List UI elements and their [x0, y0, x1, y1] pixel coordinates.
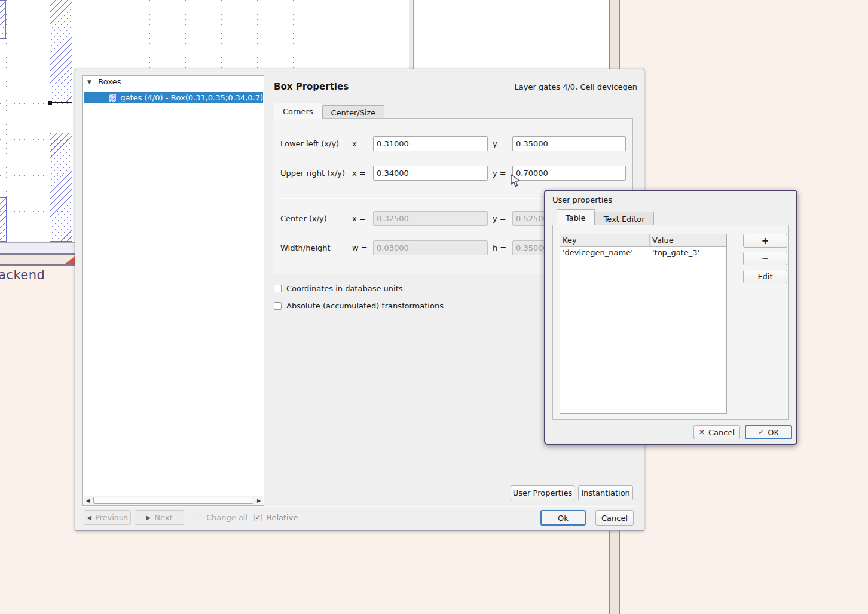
- db-units-checkbox-row: Coordinates in database units: [274, 284, 403, 293]
- absolute-checkbox-row: Absolute (accumulated) transformations: [274, 301, 444, 310]
- cancel-button[interactable]: ✕ Cancel: [693, 425, 740, 439]
- tab-bar: Table Text Editor: [557, 210, 654, 225]
- upper-right-x-input[interactable]: [373, 166, 488, 181]
- w-equals-label: w =: [352, 243, 368, 252]
- boxes-tree-panel[interactable]: ▼ Boxes gates (4/0) - Box(0.31,0.35;0.34…: [82, 75, 264, 506]
- table-header-row: Key Value: [560, 234, 726, 247]
- table-row[interactable]: 'devicegen_name' 'top_gate_3': [560, 247, 726, 259]
- change-all-checkbox-row: Change all: [194, 510, 247, 525]
- center-x-input: [373, 211, 488, 226]
- tree-root-label: Boxes: [98, 77, 121, 86]
- user-properties-dialog: User properties Table Text Editor Key Va…: [544, 190, 797, 445]
- cancel-x-icon: ✕: [699, 428, 705, 436]
- change-all-label: Change all: [206, 513, 247, 522]
- scroll-right-icon[interactable]: ▶: [255, 496, 263, 505]
- hatched-shape-selected[interactable]: [50, 0, 72, 103]
- scroll-left-icon[interactable]: ◀: [84, 496, 92, 505]
- next-arrow-icon: ▶: [146, 514, 151, 521]
- hatched-shape[interactable]: [0, 197, 7, 242]
- tab-table[interactable]: Table: [557, 209, 595, 225]
- check-icon: ✓: [255, 514, 261, 521]
- tree-item-label: gates (4/0) - Box(0.31,0.35;0.34,0.7): [120, 93, 263, 102]
- hatched-shape[interactable]: [50, 133, 72, 242]
- value-cell[interactable]: 'top_gate_3': [650, 247, 702, 259]
- ok-button[interactable]: Ok: [540, 510, 586, 526]
- tab-text-editor[interactable]: Text Editor: [595, 212, 654, 225]
- hatched-shape[interactable]: [0, 0, 6, 39]
- change-all-checkbox: [194, 514, 201, 521]
- instantiation-button[interactable]: Instantiation: [578, 485, 633, 500]
- next-button: ▶ Next: [135, 510, 184, 525]
- table-tab-pane: Key Value 'devicegen_name' 'top_gate_3' …: [552, 225, 789, 420]
- center-label: Center (x/y): [280, 214, 327, 223]
- properties-table[interactable]: Key Value 'devicegen_name' 'top_gate_3': [560, 234, 727, 414]
- y-equals-label: y =: [493, 139, 506, 148]
- ok-check-icon: ✓: [758, 428, 764, 436]
- dialog-title: User properties: [552, 195, 612, 204]
- add-property-button[interactable]: +: [743, 234, 787, 248]
- tree-expander-icon[interactable]: ▼: [87, 79, 91, 85]
- previous-button: ◀ Previous: [84, 510, 131, 525]
- relative-checkbox: ✓: [254, 514, 262, 521]
- lower-left-label: Lower left (x/y): [280, 139, 339, 148]
- x-equals-label: x =: [352, 169, 366, 178]
- cancel-button[interactable]: Cancel: [595, 510, 634, 526]
- lower-left-x-input[interactable]: [373, 136, 488, 151]
- remove-property-button[interactable]: −: [743, 252, 787, 265]
- ok-button[interactable]: ✓ OK: [745, 425, 792, 439]
- width-height-label: Width/height: [280, 243, 331, 252]
- scrollbar-thumb[interactable]: [93, 497, 253, 504]
- edit-property-button[interactable]: Edit: [743, 270, 787, 283]
- tab-corners[interactable]: Corners: [274, 103, 322, 119]
- y-equals-label: y =: [493, 214, 506, 223]
- x-equals-label: x =: [352, 214, 366, 223]
- relative-label: Relative: [267, 513, 298, 522]
- upper-right-y-input[interactable]: [512, 166, 626, 181]
- y-equals-label: y =: [493, 169, 506, 178]
- user-properties-button[interactable]: User Properties: [511, 485, 574, 500]
- width-input: [373, 240, 488, 255]
- x-equals-label: x =: [352, 139, 366, 148]
- tree-root[interactable]: ▼ Boxes: [83, 76, 264, 87]
- db-units-checkbox[interactable]: [274, 285, 282, 292]
- dialog-title: Box Properties: [274, 81, 349, 92]
- upper-right-label: Upper right (x/y): [280, 169, 345, 178]
- absolute-label: Absolute (accumulated) transformations: [286, 301, 444, 310]
- relative-checkbox-row: ✓ Relative: [254, 510, 298, 525]
- key-cell[interactable]: 'devicegen_name': [560, 247, 650, 259]
- value-column-header[interactable]: Value: [650, 234, 676, 246]
- db-units-label: Coordinates in database units: [286, 284, 403, 293]
- absolute-checkbox[interactable]: [274, 302, 282, 310]
- mouse-cursor: [509, 174, 521, 188]
- key-column-header[interactable]: Key: [560, 234, 650, 246]
- selection-handle[interactable]: [48, 101, 52, 105]
- separator: [81, 506, 638, 507]
- layer-hatch-icon: [109, 94, 117, 102]
- tree-item-selected[interactable]: gates (4/0) - Box(0.31,0.35;0.34,0.7): [84, 92, 263, 103]
- previous-arrow-icon: ◀: [87, 514, 91, 521]
- layer-cell-context: Layer gates 4/0, Cell devicegen: [515, 83, 637, 91]
- tab-center-size[interactable]: Center/Size: [322, 105, 385, 119]
- horizontal-scrollbar[interactable]: ◀ ▶: [84, 496, 263, 505]
- lower-left-y-input[interactable]: [512, 136, 626, 151]
- h-equals-label: h =: [493, 243, 506, 252]
- backend-window-label: ackend: [0, 268, 45, 282]
- tab-bar: Corners Center/Size: [274, 103, 384, 119]
